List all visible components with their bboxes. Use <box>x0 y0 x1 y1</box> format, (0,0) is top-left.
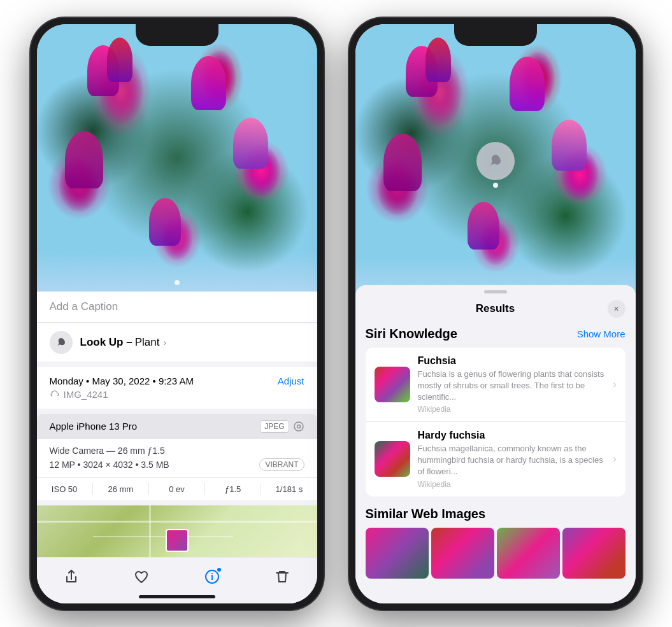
fuchsia-chevron-icon: › <box>613 379 616 390</box>
exif-ev: 0 ev <box>149 483 205 495</box>
adjust-button[interactable]: Adjust <box>278 376 304 386</box>
fuchsia-name: Fuchsia <box>418 355 606 367</box>
similar-img-1[interactable] <box>366 528 429 579</box>
home-indicator-left <box>139 595 215 598</box>
similar-img-4[interactable] <box>562 528 626 579</box>
hardy-desc: Fuchsia magellanica, commonly known as t… <box>418 443 606 478</box>
vibrant-badge: VIBRANT <box>259 458 304 471</box>
device-section: Apple iPhone 13 Pro JPEG Wide Camera — 2… <box>37 414 317 500</box>
hardy-thumb <box>375 441 410 477</box>
settings-icon <box>293 421 304 432</box>
exif-row: ISO 50 26 mm 0 ev ƒ1.5 1/181 s <box>37 477 317 500</box>
exif-focal: 26 mm <box>93 483 149 495</box>
similar-images-row <box>366 528 626 579</box>
leaf-icon <box>487 152 504 170</box>
lookup-subject: Plant <box>135 336 160 349</box>
photo-date: Monday • May 30, 2022 • 9:23 AM <box>50 376 194 386</box>
knowledge-item-fuchsia[interactable]: Fuchsia Fuchsia is a genus of flowering … <box>366 348 626 423</box>
lookup-label: Look Up – <box>80 336 132 349</box>
exif-aperture: ƒ1.5 <box>205 483 261 495</box>
exif-shutter: 1/181 s <box>261 483 317 495</box>
sheet-header: Results × <box>355 293 636 324</box>
camera-info: Wide Camera — 26 mm ƒ1.5 <box>50 446 304 456</box>
heart-button[interactable] <box>132 568 150 586</box>
fuchsia-source: Wikipedia <box>418 405 606 414</box>
flower-photo-right[interactable] <box>355 24 636 298</box>
format-badge: JPEG <box>260 420 289 433</box>
filename: IMG_4241 <box>64 389 108 400</box>
notch-right <box>454 24 537 46</box>
lookup-row[interactable]: Look Up – Plant › <box>37 323 317 362</box>
hardy-chevron-icon: › <box>613 453 616 465</box>
right-phone-inner: Results × Siri Knowledge Show More <box>355 24 636 603</box>
knowledge-item-hardy[interactable]: Hardy fuchsia Fuchsia magellanica, commo… <box>366 422 626 497</box>
meta-section: Monday • May 30, 2022 • 9:23 AM Adjust I… <box>37 367 317 409</box>
caption-placeholder[interactable]: Add a Caption <box>50 300 118 313</box>
siri-knowledge-title: Siri Knowledge <box>366 327 457 341</box>
phones-container: Add a Caption Look Up – Plant › <box>31 18 642 610</box>
resolution: 12 MP • 3024 × 4032 • 3.5 MB <box>50 460 169 470</box>
svg-point-1 <box>297 425 300 428</box>
svg-text:i: i <box>211 572 213 582</box>
knowledge-card: Fuchsia Fuchsia is a genus of flowering … <box>366 348 626 497</box>
lookup-chevron-icon: › <box>163 337 166 348</box>
map-preview[interactable] <box>37 505 317 557</box>
similar-title: Similar Web Images <box>366 507 626 521</box>
device-name: Apple iPhone 13 Pro <box>50 421 138 432</box>
close-button[interactable]: × <box>608 300 626 318</box>
hardy-name: Hardy fuchsia <box>418 430 606 441</box>
flower-photo-left[interactable] <box>37 24 317 292</box>
svg-point-0 <box>294 422 303 431</box>
visual-search-button[interactable] <box>476 142 515 180</box>
right-phone: Results × Siri Knowledge Show More <box>349 18 642 610</box>
fuchsia-thumb <box>375 367 410 402</box>
similar-img-3[interactable] <box>497 528 560 579</box>
fuchsia-desc: Fuchsia is a genus of flowering plants t… <box>418 369 606 404</box>
show-more-button[interactable]: Show More <box>577 328 626 339</box>
notch-left <box>136 24 218 46</box>
sheet-content: Siri Knowledge Show More Fuchsia Fuchsia… <box>355 324 636 603</box>
left-phone-inner: Add a Caption Look Up – Plant › <box>37 24 317 603</box>
left-content: Add a Caption Look Up – Plant › <box>37 292 317 603</box>
hardy-source: Wikipedia <box>418 480 606 489</box>
similar-img-2[interactable] <box>431 528 494 579</box>
caption-area[interactable]: Add a Caption <box>37 292 317 323</box>
similar-section: Similar Web Images <box>366 507 626 579</box>
lookup-icon <box>50 331 73 354</box>
results-title: Results <box>383 302 608 315</box>
left-phone: Add a Caption Look Up – Plant › <box>31 18 324 610</box>
results-sheet: Results × Siri Knowledge Show More <box>355 285 636 603</box>
cloud-icon <box>50 389 60 399</box>
info-button[interactable]: i <box>203 568 221 586</box>
trash-button[interactable] <box>273 568 291 586</box>
share-button[interactable] <box>62 568 80 586</box>
exif-iso: ISO 50 <box>37 483 93 495</box>
